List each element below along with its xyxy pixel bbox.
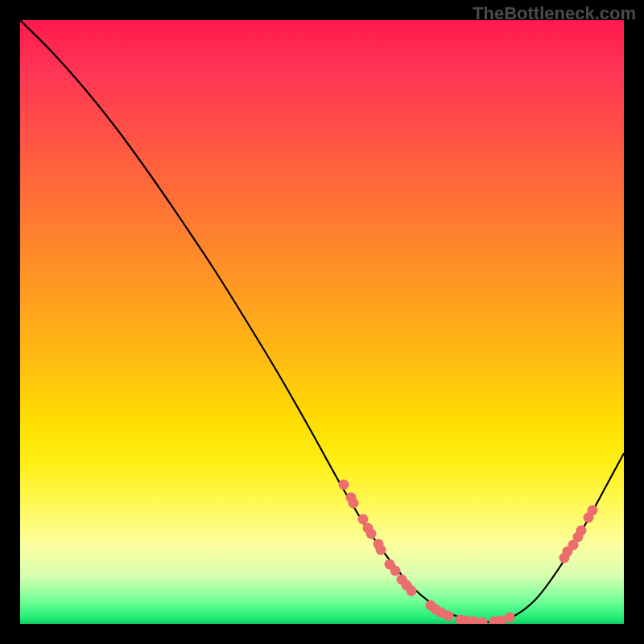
highlight-dot — [477, 617, 488, 625]
highlight-dot — [358, 514, 369, 525]
highlight-dot — [576, 526, 587, 536]
highlight-dot — [444, 611, 454, 621]
watermark-text: TheBottleneck.com — [473, 3, 636, 24]
plot-overlay-svg — [20, 20, 624, 624]
highlight-dot — [366, 529, 377, 539]
highlight-dot — [339, 480, 349, 490]
highlight-dot — [505, 613, 515, 623]
highlight-dot — [390, 566, 401, 576]
highlight-dot — [376, 545, 386, 555]
highlight-dot — [588, 506, 598, 516]
bottleneck-plot — [20, 20, 624, 624]
bottleneck-curve — [20, 20, 624, 622]
highlight-dot — [349, 498, 359, 509]
highlight-dots-group — [339, 480, 598, 625]
highlight-dot — [496, 616, 506, 625]
highlight-dot — [407, 586, 417, 597]
